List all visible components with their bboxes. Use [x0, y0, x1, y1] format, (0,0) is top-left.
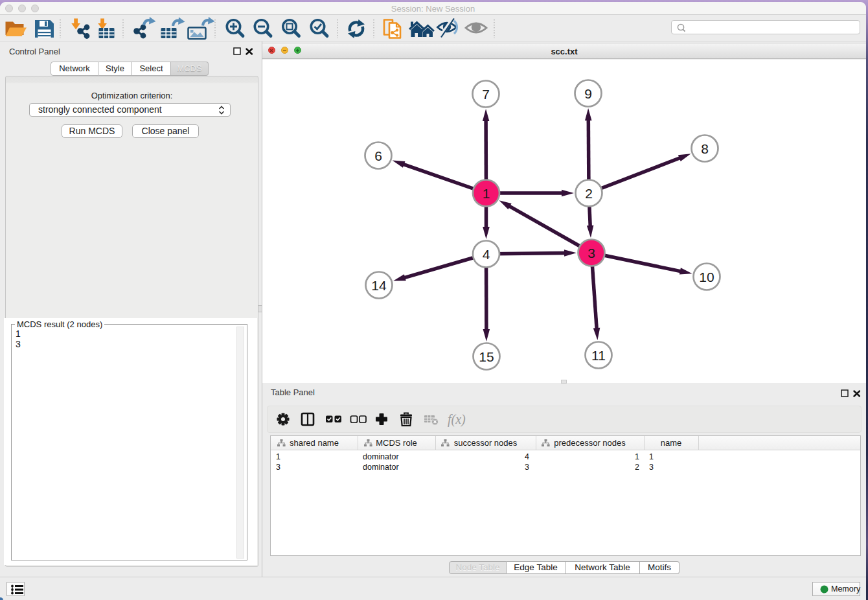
- svg-text:6: 6: [374, 148, 382, 163]
- svg-text:3: 3: [588, 246, 595, 260]
- svg-text:9: 9: [584, 86, 592, 101]
- svg-text:7: 7: [482, 87, 490, 102]
- svg-text:8: 8: [701, 141, 709, 156]
- svg-text:f(x): f(x): [448, 412, 466, 427]
- svg-text:14: 14: [371, 278, 387, 293]
- svg-text:2: 2: [585, 186, 593, 201]
- svg-text:11: 11: [591, 348, 606, 363]
- svg-text:15: 15: [479, 349, 494, 364]
- svg-text:1: 1: [483, 186, 490, 201]
- svg-text:4: 4: [483, 247, 490, 262]
- svg-text:10: 10: [699, 270, 714, 284]
